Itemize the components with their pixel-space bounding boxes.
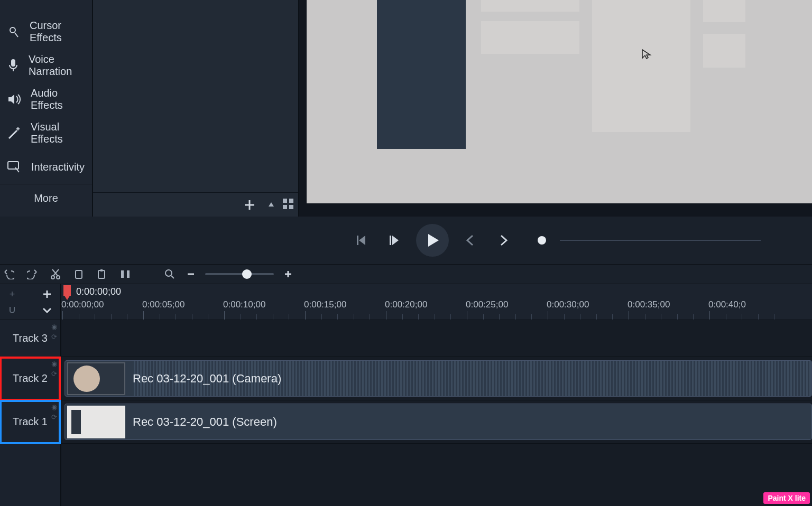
clip-camera[interactable]: Rec 03-12-20_001 (Camera) — [64, 360, 812, 397]
svg-rect-8 — [390, 236, 391, 245]
sidebar-more-button[interactable]: More — [0, 184, 92, 211]
clip-screen[interactable]: Rec 03-12-20_001 (Screen) — [64, 404, 812, 440]
lock-icon[interactable]: ⟳ — [51, 414, 57, 420]
timeline-zoom-thumb[interactable] — [242, 269, 252, 279]
ruler-tick-label: 0:00:25;00 — [466, 299, 508, 310]
preview-card — [703, 34, 745, 68]
svg-rect-7 — [357, 236, 358, 245]
sidebar-item-visual-effects[interactable]: Visual Effects — [0, 116, 92, 150]
split-button[interactable] — [118, 267, 132, 281]
preview-card — [703, 0, 745, 22]
sidebar-item-label: Visual Effects — [31, 121, 85, 145]
watermark-badge: Paint X lite — [763, 492, 810, 504]
svg-rect-12 — [98, 270, 105, 278]
recorded-cursor-icon — [641, 49, 652, 59]
eye-icon[interactable]: ◉ — [51, 404, 57, 410]
svg-rect-1 — [11, 59, 15, 67]
ruler-tick-label: 0:00:10;00 — [223, 299, 265, 310]
prev-frame-button[interactable] — [350, 229, 373, 251]
grid-view-icon[interactable] — [282, 198, 294, 212]
track-name: Track 2 — [13, 372, 48, 385]
add-track-button[interactable] — [40, 287, 54, 301]
ruler-tick-label: 0:00:05;00 — [142, 299, 184, 310]
sidebar-item-interactivity[interactable]: Interactivity — [0, 150, 92, 184]
paste-button[interactable] — [95, 267, 109, 281]
play-button[interactable] — [416, 224, 449, 257]
add-effect-button[interactable] — [239, 194, 260, 215]
track-header-1[interactable]: Track 1 ◉ ⟳ — [0, 400, 60, 444]
sidebar-item-partial[interactable] — [0, 0, 92, 15]
preview-window — [377, 0, 466, 149]
track-row-2[interactable]: Rec 03-12-20_001 (Camera) — [61, 357, 812, 400]
ruler-tick-label: 0:00:20;00 — [385, 299, 427, 310]
playhead[interactable] — [63, 285, 71, 296]
sidebar-more-label: More — [34, 192, 58, 204]
ruler-tick-label: 0:00:30;00 — [547, 299, 589, 310]
svg-point-0 — [10, 27, 15, 33]
timeline-toolbar — [0, 264, 812, 284]
track-row-3[interactable] — [61, 320, 812, 357]
ruler-tick-label: 0:00:40;0 — [708, 299, 746, 310]
preview-zoom-handle[interactable] — [538, 236, 546, 245]
sidebar-item-label: Cursor Effects — [30, 20, 85, 44]
track-header-3[interactable]: Track 3 ◉ ⟳ — [0, 320, 60, 357]
track-header-2[interactable]: Track 2 ◉ ⟳ — [0, 357, 60, 400]
preview-zoom-track[interactable] — [560, 240, 761, 241]
effects-panel-footer — [93, 192, 298, 217]
sidebar-item-cursor-effects[interactable]: Cursor Effects — [0, 15, 92, 49]
microphone-icon — [7, 58, 19, 73]
watermark-text: Paint X lite — [768, 494, 806, 502]
preview-card — [481, 0, 579, 12]
playback-controls — [299, 217, 812, 264]
effects-panel — [93, 0, 299, 217]
redo-button[interactable] — [25, 267, 39, 281]
timeline: + Track 3 ◉ ⟳ Track 2 — [0, 284, 812, 506]
ruler-tick-label: 0:00:35;00 — [628, 299, 670, 310]
undo-button[interactable] — [2, 267, 16, 281]
svg-rect-5 — [283, 205, 287, 209]
collapse-tracks-button[interactable] — [40, 303, 54, 317]
cut-button[interactable] — [49, 267, 62, 281]
preview-card — [481, 21, 579, 54]
prev-marker-button[interactable] — [459, 229, 482, 251]
sidebar-item-voice-narration[interactable]: Voice Narration — [0, 49, 92, 82]
track-row-1[interactable]: Rec 03-12-20_001 (Screen) — [61, 400, 812, 444]
svg-rect-13 — [100, 269, 103, 271]
track-headers-top: + — [0, 284, 60, 320]
track-name: Track 1 — [13, 416, 48, 428]
copy-button[interactable] — [72, 267, 86, 281]
next-marker-button[interactable] — [492, 229, 514, 251]
zoom-search-icon[interactable] — [163, 267, 177, 281]
eye-icon[interactable]: ◉ — [51, 360, 57, 367]
next-frame-button[interactable] — [383, 229, 405, 251]
eye-icon[interactable]: ◉ — [51, 323, 57, 330]
zoom-in-button[interactable] — [281, 267, 295, 281]
preview-card — [592, 0, 690, 132]
preview-canvas[interactable] — [307, 0, 812, 203]
svg-rect-15 — [127, 270, 130, 278]
svg-rect-4 — [289, 199, 293, 203]
time-ruler[interactable]: 0:00:00;00 0:00:00;000:00:05;000:00:10;0… — [61, 284, 812, 320]
sidebar-item-label: Interactivity — [31, 161, 85, 173]
svg-rect-3 — [283, 199, 287, 203]
speaker-icon — [7, 92, 21, 107]
track-mini-controls: ◉ ⟳ — [51, 323, 57, 340]
timeline-zoom — [163, 267, 295, 281]
svg-point-9 — [51, 276, 54, 279]
lock-icon[interactable]: ⟳ — [51, 333, 57, 340]
zoom-out-button[interactable] — [184, 267, 198, 281]
cursor-effects-icon — [7, 24, 20, 39]
track-area: 0:00:00;00 0:00:00;000:00:05;000:00:10;0… — [61, 284, 812, 506]
interactivity-icon — [7, 160, 22, 174]
lock-icon[interactable]: ⟳ — [51, 370, 57, 377]
snap-toggle-button[interactable] — [5, 303, 19, 317]
tools-sidebar: Cursor Effects Voice Narration Audio Eff… — [0, 0, 93, 217]
svg-rect-11 — [76, 270, 82, 278]
svg-point-10 — [57, 276, 60, 279]
track-headers: + Track 3 ◉ ⟳ Track 2 — [0, 284, 61, 506]
collapse-icon[interactable] — [267, 200, 275, 210]
timeline-zoom-slider[interactable] — [205, 273, 274, 275]
svg-rect-2 — [8, 162, 19, 169]
sidebar-item-audio-effects[interactable]: Audio Effects — [0, 82, 92, 116]
add-marker-button[interactable]: + — [5, 287, 19, 301]
